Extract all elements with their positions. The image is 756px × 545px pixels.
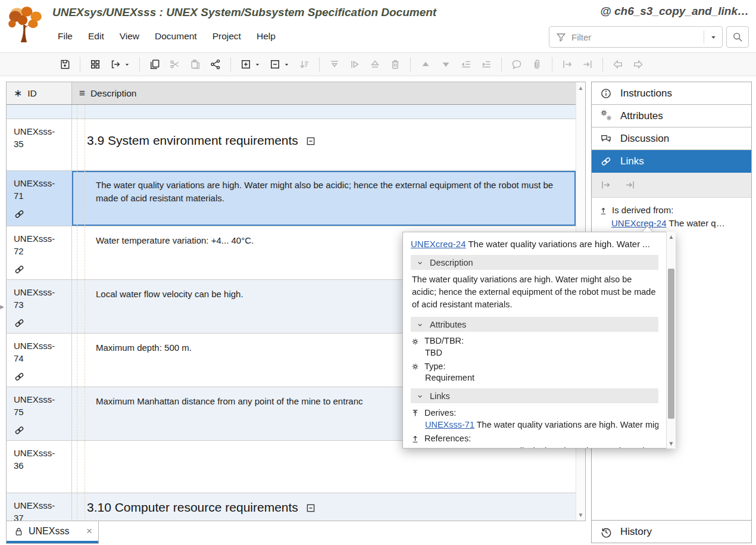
export-icon[interactable]: [105, 55, 135, 74]
play-bar-icon[interactable]: [345, 55, 365, 74]
row-description-cell[interactable]: [72, 105, 576, 119]
popup-scroll-down-arrow[interactable]: ▼: [667, 440, 676, 447]
indent-guide: [77, 441, 77, 493]
table-row-UNEXsss-35: UNEXsss-35 3.9 System environment requir…: [7, 119, 576, 171]
indent-guide: [77, 119, 77, 170]
plus-square-icon[interactable]: [236, 55, 265, 74]
menu-edit[interactable]: Edit: [80, 29, 112, 44]
row-description-cell[interactable]: [72, 441, 576, 493]
clipboard-icon[interactable]: [185, 55, 205, 74]
row-description-cell[interactable]: The water quality variations are high. W…: [72, 171, 576, 226]
incoming-link-icon[interactable]: [624, 179, 636, 191]
outdent-icon[interactable]: [456, 55, 476, 74]
toolbar-separator: [80, 57, 80, 71]
row-id-cell[interactable]: UNEXsss-74: [7, 334, 72, 387]
toolbar-separator: [602, 57, 603, 71]
sidebar-tab-discussion[interactable]: Discussion: [592, 127, 751, 150]
gear-icon: [411, 362, 420, 372]
chain-link-icon: [14, 423, 68, 436]
paperclip-icon[interactable]: [527, 55, 547, 74]
popup-description-body: The water quality variations are high. W…: [412, 273, 657, 311]
row-id-cell[interactable]: [7, 105, 72, 119]
tab-close-icon[interactable]: ×: [86, 525, 92, 537]
popup-requirement-link[interactable]: UNEXcreq-24: [411, 239, 466, 249]
eject-icon[interactable]: [365, 55, 385, 74]
sidebar-tab-history[interactable]: History: [592, 520, 751, 543]
requirement-link[interactable]: UNEXcreq-80: [425, 446, 478, 449]
indent-guide: [85, 441, 85, 493]
menu-document[interactable]: Document: [147, 29, 205, 44]
up-from-bar-icon: [411, 434, 420, 444]
popup-section-description[interactable]: Description: [411, 255, 658, 270]
popup-scrollbar[interactable]: ▲ ▼: [666, 232, 676, 449]
row-heading-cell[interactable]: 3.10 Computer resource requirements: [72, 493, 576, 521]
arrow-left-icon[interactable]: [608, 55, 628, 74]
table-header-row: ∗ ID ≡ Description: [7, 82, 585, 105]
scroll-up-arrow[interactable]: ▲: [576, 85, 585, 91]
save-icon[interactable]: [55, 55, 75, 74]
indent-guide: [77, 280, 77, 333]
sidebar-tab-links[interactable]: Links: [592, 150, 751, 173]
outgoing-link-icon[interactable]: [600, 179, 611, 191]
gear-icon: [411, 336, 420, 346]
indent-icon[interactable]: [476, 55, 496, 74]
row-id-cell[interactable]: UNEXsss-37: [7, 493, 72, 521]
toolbar-separator: [319, 57, 320, 71]
column-header-description[interactable]: ≡ Description: [72, 82, 585, 104]
indent-guide: [85, 105, 85, 119]
column-header-id[interactable]: ∗ ID: [7, 82, 72, 104]
row-heading-cell[interactable]: 3.9 System environment requirements: [72, 119, 576, 170]
info-icon: [599, 88, 613, 99]
row-id-cell[interactable]: UNEXsss-35: [7, 119, 72, 170]
menu-view[interactable]: View: [112, 29, 147, 44]
grid-icon[interactable]: [85, 55, 105, 74]
row-id-cell[interactable]: UNEXsss-71: [7, 171, 72, 226]
popup-scrollbar-thumb[interactable]: [668, 269, 674, 419]
popup-link-line: UNEXcreq-80 Water quality in the mine: C…: [425, 446, 658, 449]
left-panel-expander[interactable]: ▶: [0, 293, 5, 320]
toolbar-separator: [501, 57, 502, 71]
link-from-icon[interactable]: [557, 55, 577, 74]
requirement-link[interactable]: UNEXsss-71: [425, 420, 474, 429]
popup-scroll-up-arrow[interactable]: ▲: [667, 233, 676, 240]
sidebar-tab-attributes[interactable]: Attributes: [592, 105, 751, 127]
sort-down-icon[interactable]: [294, 55, 314, 74]
filter-input[interactable]: [571, 32, 704, 42]
share-icon[interactable]: [205, 55, 226, 74]
row-id-cell[interactable]: UNEXsss-72: [7, 226, 72, 279]
collapse-section-icon[interactable]: [305, 500, 316, 515]
menu-file[interactable]: File: [50, 29, 80, 44]
toolbar-separator: [552, 57, 552, 71]
copy-icon[interactable]: [145, 55, 165, 74]
collapse-section-icon[interactable]: [305, 133, 316, 148]
insert-below-icon[interactable]: [324, 55, 345, 74]
filter-dropdown-caret[interactable]: [704, 27, 722, 47]
popup-section-links[interactable]: Links: [411, 388, 658, 403]
popup-section-attributes[interactable]: Attributes: [411, 317, 658, 332]
document-tab-unexsss[interactable]: UNEXsss ×: [6, 521, 99, 544]
menu-help[interactable]: Help: [249, 29, 283, 44]
indent-guide: [85, 387, 85, 440]
table-row-UNEXsss-36: UNEXsss-36: [7, 441, 576, 493]
triangle-up-icon[interactable]: [416, 55, 436, 74]
search-button[interactable]: [726, 26, 749, 48]
scroll-down-arrow[interactable]: ▼: [576, 512, 585, 518]
scissors-icon[interactable]: [165, 55, 185, 74]
row-id-cell[interactable]: UNEXsss-75: [7, 387, 72, 440]
minus-square-icon[interactable]: [265, 55, 294, 74]
indent-guide: [85, 226, 85, 279]
requirement-text: The water quality variations are high. W…: [72, 171, 576, 205]
row-id-cell[interactable]: UNEXsss-73: [7, 280, 72, 333]
triangle-down-icon[interactable]: [436, 55, 456, 74]
indent-guide: [77, 334, 77, 387]
discussion-icon: [599, 133, 613, 145]
row-id-cell[interactable]: UNEXsss-36: [7, 441, 72, 493]
menu-project[interactable]: Project: [205, 29, 249, 44]
trash-icon[interactable]: [385, 55, 405, 74]
arrow-right-icon[interactable]: [628, 55, 648, 74]
comment-icon[interactable]: [507, 55, 527, 74]
link-to-icon[interactable]: [577, 55, 598, 74]
popup-link-group: Derives: UNEXsss-71 The water quality va…: [411, 407, 658, 429]
sidebar-tab-instructions[interactable]: Instructions: [592, 82, 751, 105]
requirement-link[interactable]: UNEXcreq-24: [611, 218, 667, 228]
